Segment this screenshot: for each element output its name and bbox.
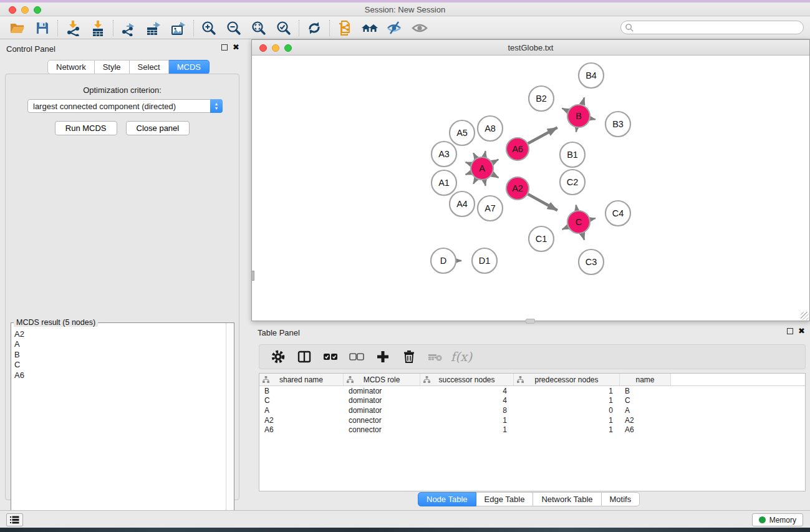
cell-mcds-role[interactable]: connector	[344, 425, 420, 435]
graph-node-D1[interactable]: D1	[472, 248, 497, 273]
save-session-icon[interactable]	[30, 19, 55, 37]
search-field[interactable]	[620, 21, 804, 34]
new-network-from-selection-icon[interactable]	[332, 19, 357, 37]
tab-motifs[interactable]: Motifs	[602, 492, 640, 506]
graph-edge-A-A5[interactable]	[473, 153, 476, 158]
tab-network[interactable]: Network	[47, 60, 95, 74]
graph-edge-B-B1[interactable]	[576, 128, 577, 132]
graph-node-A1[interactable]: A1	[432, 170, 456, 195]
window-resize-grip[interactable]	[801, 312, 809, 320]
graph-node-A3[interactable]: A3	[432, 142, 456, 167]
graph-edge-C-C4[interactable]	[591, 218, 595, 220]
float-table-panel-icon[interactable]	[787, 328, 793, 334]
cell-mcds-role[interactable]: dominator	[344, 405, 420, 415]
cell-successor-nodes[interactable]: 8	[420, 405, 514, 415]
export-network-icon[interactable]	[116, 19, 141, 37]
tab-style[interactable]: Style	[95, 60, 130, 74]
refresh-layout-icon[interactable]	[302, 19, 327, 37]
network-canvas[interactable]: AA1A2A3A4A5A6A7A8BB1B2B3B4CC1C2C3C4DD1	[252, 56, 809, 321]
delete-table-icon[interactable]	[427, 348, 444, 365]
memory-button[interactable]: Memory	[752, 513, 803, 526]
graph-edge-A2-C[interactable]	[528, 194, 557, 210]
cell-predecessor-nodes[interactable]: 1	[514, 386, 620, 396]
close-panel-icon[interactable]: ✖	[233, 44, 239, 51]
graph-node-C1[interactable]: C1	[529, 226, 554, 251]
graph-node-B[interactable]: B	[567, 105, 590, 127]
column-header-successor-nodes[interactable]: successor nodes	[420, 374, 514, 385]
delete-columns-icon[interactable]	[400, 348, 418, 365]
graph-edge-B-B4[interactable]	[582, 97, 585, 104]
export-image-icon[interactable]	[166, 19, 191, 37]
graph-node-B1[interactable]: B1	[560, 142, 585, 167]
graph-node-A[interactable]: A	[471, 157, 493, 180]
export-table-icon[interactable]	[141, 19, 166, 37]
cell-shared-name[interactable]: C	[259, 396, 344, 406]
graph-node-A5[interactable]: A5	[450, 120, 475, 145]
table-row[interactable]: B dominator 4 1 B	[259, 386, 805, 396]
tab-edge-table[interactable]: Edge Table	[476, 492, 534, 506]
cell-mcds-role[interactable]: connector	[344, 415, 420, 425]
cell-successor-nodes[interactable]: 4	[420, 386, 514, 396]
select-all-checkboxes-icon[interactable]	[322, 348, 339, 365]
graph-node-C2[interactable]: C2	[560, 170, 585, 195]
table-row[interactable]: A6 connector 1 1 A6	[259, 425, 805, 435]
cell-predecessor-nodes[interactable]: 0	[514, 405, 620, 415]
zoom-fit-icon[interactable]	[246, 19, 271, 37]
graph-edge-A-A8[interactable]	[485, 151, 486, 157]
cell-shared-name[interactable]: B	[259, 386, 344, 396]
tab-mcds[interactable]: MCDS	[169, 60, 210, 74]
mcds-result-item[interactable]: C	[14, 360, 226, 370]
close-table-panel-icon[interactable]: ✖	[798, 328, 805, 334]
optimization-criterion-select[interactable]: largest connected component (directed) ▲…	[27, 99, 223, 113]
deselect-all-checkboxes-icon[interactable]	[348, 348, 365, 365]
graph-edge-B-B3[interactable]	[591, 118, 595, 120]
table-row[interactable]: A2 connector 1 1 A2	[259, 415, 805, 425]
function-builder-icon[interactable]: f(x)	[453, 348, 470, 365]
cell-name[interactable]: A2	[620, 415, 671, 425]
cell-name[interactable]: C	[620, 396, 671, 406]
cell-predecessor-nodes[interactable]: 1	[514, 396, 620, 406]
graph-edge-A-A7[interactable]	[485, 180, 486, 186]
mcds-result-item[interactable]: A2	[14, 329, 226, 339]
tab-select[interactable]: Select	[130, 60, 169, 74]
graph-edge-A-A2[interactable]	[493, 174, 499, 178]
graph-node-A2[interactable]: A2	[506, 177, 529, 200]
table-row[interactable]: C dominator 4 1 C	[259, 396, 805, 406]
cell-shared-name[interactable]: A6	[259, 425, 344, 435]
mcds-result-item[interactable]: A	[14, 339, 226, 349]
graph-edge-A6-B[interactable]	[528, 128, 557, 143]
hide-graphics-details-icon[interactable]	[382, 19, 407, 37]
task-history-button[interactable]	[6, 513, 23, 526]
cell-shared-name[interactable]: A	[259, 405, 344, 415]
table-row[interactable]: A dominator 8 0 A	[259, 405, 805, 415]
create-column-icon[interactable]	[374, 348, 392, 365]
tab-node-table[interactable]: Node Table	[418, 492, 476, 506]
graph-node-B3[interactable]: B3	[605, 112, 630, 137]
import-network-icon[interactable]	[60, 19, 85, 37]
column-header-mcds-role[interactable]: MCDS role	[344, 374, 420, 385]
graph-edge-A-A3[interactable]	[466, 162, 471, 164]
show-columns-icon[interactable]	[296, 348, 313, 365]
cell-successor-nodes[interactable]: 1	[420, 425, 514, 435]
graph-edge-B-B2[interactable]	[562, 109, 568, 111]
cell-predecessor-nodes[interactable]: 1	[514, 425, 620, 435]
column-header-shared-name[interactable]: shared name	[259, 374, 344, 385]
cell-name[interactable]: A	[620, 405, 671, 415]
cell-predecessor-nodes[interactable]: 1	[514, 415, 620, 425]
result-scrollbar[interactable]	[226, 323, 234, 531]
cell-mcds-role[interactable]: dominator	[344, 396, 420, 406]
graph-edge-A-A1[interactable]	[466, 173, 471, 175]
graph-edge-C-C3[interactable]	[582, 233, 584, 240]
cell-successor-nodes[interactable]: 1	[420, 415, 514, 425]
show-all-networks-icon[interactable]	[357, 19, 382, 37]
graph-node-B2[interactable]: B2	[529, 86, 554, 111]
float-panel-icon[interactable]	[221, 44, 228, 51]
cell-name[interactable]: A6	[620, 425, 671, 435]
column-header-predecessor-nodes[interactable]: predecessor nodes	[514, 374, 620, 385]
zoom-selected-icon[interactable]	[271, 19, 296, 37]
tab-network-table[interactable]: Network Table	[533, 492, 601, 506]
graph-node-A7[interactable]: A7	[478, 196, 503, 221]
zoom-in-icon[interactable]	[196, 19, 221, 37]
graph-node-D[interactable]: D	[431, 248, 456, 273]
cell-mcds-role[interactable]: dominator	[344, 386, 420, 396]
